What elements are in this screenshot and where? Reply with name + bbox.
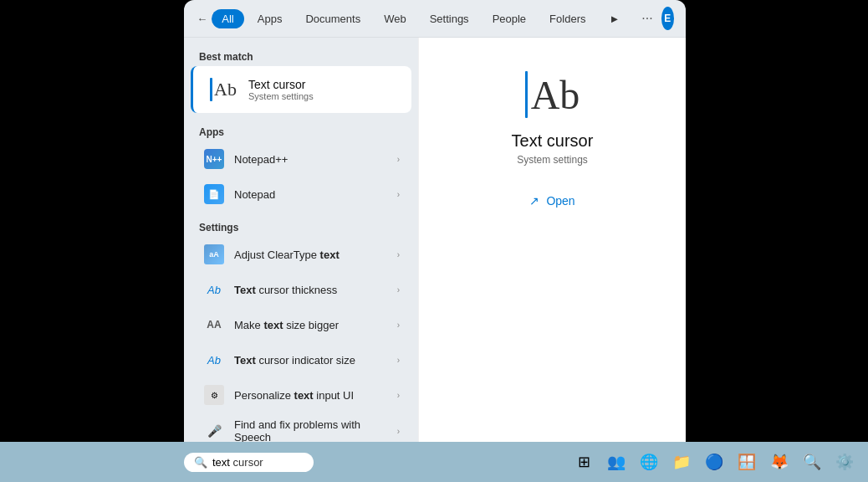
results-panel: Best match Ab Text cursor System setting… [184, 38, 418, 442]
nav-pill-folders[interactable]: Folders [539, 9, 595, 28]
indicator-size-label: Text cursor indicator size [234, 354, 389, 367]
taskbar-icon-store[interactable]: 🪟 [732, 447, 762, 477]
cursor-thickness-label: Text cursor thickness [234, 284, 389, 296]
user-avatar[interactable]: E [661, 7, 674, 30]
best-match-label: Best match [184, 46, 418, 66]
cursor-thickness-icon: Ab [202, 278, 226, 301]
list-item-speech[interactable]: 🎤 Find and fix problems with Speech › [187, 413, 415, 442]
arrow-icon: › [397, 155, 400, 164]
personalize-icon: ⚙ [202, 383, 226, 407]
best-match-item[interactable]: Ab Text cursor System settings [191, 66, 411, 113]
detail-app-icon: Ab [525, 71, 580, 118]
list-item-text-size[interactable]: AA Make text size bigger › [187, 307, 415, 342]
list-item-cleartype[interactable]: aA Adjust ClearType text › [187, 237, 415, 272]
nav-bar: ← All Apps Documents Web Settings People… [184, 0, 686, 38]
text-size-icon: AA [202, 313, 226, 336]
arrow-icon: › [397, 250, 400, 259]
list-item-indicator-size[interactable]: Ab Text cursor indicator size › [187, 342, 415, 377]
taskbar-search-icon: 🔍 [194, 456, 207, 469]
taskbar-icon-search2[interactable]: 🔍 [797, 447, 827, 477]
open-icon: ↗ [529, 194, 539, 208]
arrow-icon: › [397, 427, 400, 436]
nav-pill-play[interactable]: ► [599, 9, 630, 28]
list-item-personalize[interactable]: ⚙ Personalize text input UI › [187, 377, 415, 413]
apps-section-label: Apps [184, 121, 418, 141]
cleartype-label: Adjust ClearType text [234, 249, 389, 261]
taskbar-icon-firefox[interactable]: 🦊 [764, 447, 794, 477]
open-button[interactable]: ↗ Open [521, 189, 583, 213]
speech-icon: 🎤 [202, 419, 226, 442]
arrow-icon: › [397, 190, 400, 199]
taskbar-icon-edge[interactable]: 🔵 [699, 447, 729, 477]
taskbar-icon-teams[interactable]: 👥 [601, 447, 631, 477]
detail-subtitle: System settings [517, 154, 588, 166]
back-button[interactable]: ← [196, 7, 208, 30]
settings-section-label: Settings [184, 217, 418, 237]
taskbar-icons: ⊞ 👥 🌐 📁 🔵 🪟 🦊 🔍 ⚙️ [569, 447, 860, 477]
nav-pill-web[interactable]: Web [374, 9, 416, 28]
text-size-label: Make text size bigger [234, 319, 389, 331]
detail-title: Text cursor [512, 131, 594, 151]
nav-pill-apps[interactable]: Apps [248, 9, 293, 28]
personalize-label: Personalize text input UI [234, 389, 389, 402]
nav-pill-all[interactable]: All [212, 9, 243, 28]
arrow-icon: › [397, 356, 400, 365]
taskbar-search[interactable]: 🔍 text cursor [184, 453, 314, 472]
content-area: Best match Ab Text cursor System setting… [184, 38, 686, 442]
best-match-title: Text cursor [248, 78, 314, 91]
arrow-icon: › [397, 320, 400, 330]
list-item-notepadpp[interactable]: N++ Notepad++ › [187, 141, 415, 177]
nav-pill-people[interactable]: People [483, 9, 536, 28]
taskbar: 🔍 text cursor ⊞ 👥 🌐 📁 🔵 🪟 🦊 🔍 ⚙️ [0, 442, 868, 482]
notepadpp-icon: N++ [202, 147, 226, 171]
taskbar-icon-files[interactable]: 📁 [666, 447, 697, 477]
notepad-label: Notepad [234, 188, 389, 201]
taskbar-icon-start[interactable]: ⊞ [569, 447, 599, 477]
best-match-subtitle: System settings [248, 91, 314, 101]
taskbar-icon-chrome[interactable]: 🌐 [634, 447, 664, 477]
best-match-info: Text cursor System settings [248, 78, 314, 101]
more-options-button[interactable]: ··· [636, 8, 657, 29]
cleartype-icon: aA [202, 243, 226, 266]
open-label: Open [546, 194, 574, 208]
detail-panel: Ab Text cursor System settings ↗ Open [418, 38, 686, 442]
nav-pill-documents[interactable]: Documents [295, 9, 370, 28]
speech-label: Find and fix problems with Speech [234, 418, 389, 442]
text-cursor-icon: Ab [208, 74, 238, 105]
nav-pill-settings[interactable]: Settings [420, 9, 479, 28]
list-item-notepad[interactable]: 📄 Notepad › [187, 177, 415, 212]
start-menu: ← All Apps Documents Web Settings People… [184, 0, 686, 442]
notepadpp-label: Notepad++ [234, 153, 389, 166]
indicator-size-icon: Ab [202, 348, 226, 372]
notepad-icon: 📄 [202, 182, 226, 206]
taskbar-icon-settings[interactable]: ⚙️ [830, 447, 860, 477]
taskbar-search-text: text cursor [212, 456, 263, 469]
list-item-cursor-thickness[interactable]: Ab Text cursor thickness › [187, 272, 415, 307]
arrow-icon: › [397, 391, 400, 400]
arrow-icon: › [397, 285, 400, 295]
